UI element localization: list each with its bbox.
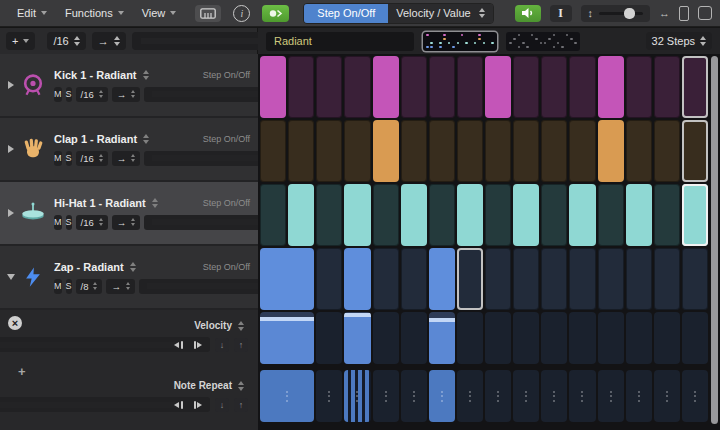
step-cell[interactable]	[541, 248, 567, 310]
increment-button[interactable]: ↑	[234, 398, 248, 412]
step-cell[interactable]	[457, 184, 483, 246]
step-cell[interactable]	[541, 184, 567, 246]
stepper-icon[interactable]	[99, 90, 103, 98]
stepper-icon[interactable]	[131, 90, 135, 98]
step-cell[interactable]	[626, 248, 652, 310]
stepper-icon[interactable]	[114, 36, 120, 46]
step-cell[interactable]	[485, 56, 511, 118]
mute-button[interactable]: M	[54, 279, 62, 294]
step-cell[interactable]	[429, 248, 455, 310]
note-repeat-cell[interactable]	[626, 370, 652, 422]
step-cell[interactable]	[288, 56, 314, 118]
velocity-cell[interactable]	[429, 312, 455, 364]
pattern-thumbnail-1[interactable]	[423, 32, 497, 51]
step-cell[interactable]	[373, 56, 399, 118]
tab-velocity-value[interactable]: Velocity / Value	[388, 4, 492, 23]
stepper-icon[interactable]	[99, 218, 103, 226]
menu-view[interactable]: View	[142, 7, 177, 19]
tab-step-on-off[interactable]: Step On/Off	[304, 4, 388, 23]
velocity-cell[interactable]	[457, 312, 483, 364]
stepper-icon[interactable]	[74, 36, 80, 46]
horizontal-zoom-icon[interactable]: ↔	[659, 7, 670, 19]
step-cell[interactable]	[401, 248, 427, 310]
solo-button[interactable]: S	[66, 151, 72, 166]
disclosure-triangle[interactable]	[4, 274, 17, 280]
text-tool-button[interactable]: I	[550, 5, 572, 22]
close-subrows-button[interactable]: ×	[8, 316, 22, 330]
track-name[interactable]: Clap 1 - Radiant	[54, 133, 137, 145]
step-cell[interactable]	[654, 120, 680, 182]
pattern-thumbnail-2[interactable]	[506, 32, 580, 51]
row-rate-control[interactable]: /16	[76, 87, 108, 102]
stepper-icon[interactable]	[126, 282, 130, 290]
stepper-icon[interactable]	[131, 154, 135, 162]
step-cell[interactable]	[485, 248, 511, 310]
note-repeat-cell[interactable]	[485, 370, 511, 422]
step-cell[interactable]	[373, 248, 399, 310]
note-repeat-cell[interactable]	[541, 370, 567, 422]
velocity-cell[interactable]	[373, 312, 399, 364]
step-cell[interactable]	[344, 56, 370, 118]
step-cell[interactable]	[316, 120, 342, 182]
velocity-cell[interactable]	[513, 312, 539, 364]
velocity-cell[interactable]	[654, 312, 680, 364]
note-repeat-cell[interactable]	[429, 370, 455, 422]
step-cell[interactable]	[401, 120, 427, 182]
stepper-icon[interactable]	[130, 262, 136, 272]
note-repeat-cell[interactable]	[373, 370, 399, 422]
note-repeat-cell[interactable]	[569, 370, 595, 422]
step-cell[interactable]	[541, 120, 567, 182]
live-input-toggle[interactable]	[262, 5, 289, 22]
auto-zoom-fit-button[interactable]	[698, 6, 712, 20]
note-repeat-cell[interactable]	[401, 370, 427, 422]
rotate-right-button[interactable]	[191, 401, 206, 409]
step-cell[interactable]	[513, 248, 539, 310]
disclosure-triangle[interactable]	[4, 209, 17, 217]
step-cell[interactable]	[373, 120, 399, 182]
note-repeat-cell[interactable]	[260, 370, 314, 422]
preview-button[interactable]	[515, 5, 541, 22]
step-cell[interactable]	[457, 120, 483, 182]
stepper-icon[interactable]	[238, 381, 244, 391]
increment-button[interactable]: ↑	[234, 338, 248, 352]
track-header[interactable]: Zap - RadiantStep On/OffMS/8→↓↑	[0, 246, 258, 308]
track-header[interactable]: Hi-Hat 1 - RadiantStep On/OffMS/16→↓↑	[0, 182, 258, 244]
step-cell[interactable]	[682, 248, 708, 310]
stepper-icon[interactable]	[99, 154, 103, 162]
step-cell[interactable]	[316, 184, 342, 246]
info-button[interactable]: i	[233, 5, 250, 22]
stepper-icon[interactable]	[479, 8, 485, 18]
step-cell[interactable]	[260, 120, 286, 182]
velocity-cell[interactable]	[260, 312, 314, 364]
step-cell[interactable]	[569, 120, 595, 182]
step-cell[interactable]	[485, 120, 511, 182]
menu-edit[interactable]: Edit	[17, 7, 47, 19]
pattern-playback-mode-control[interactable]: →	[92, 32, 126, 50]
step-cell[interactable]	[598, 120, 624, 182]
step-cell[interactable]	[485, 184, 511, 246]
add-row-button[interactable]: +	[6, 32, 35, 50]
step-cell[interactable]	[626, 120, 652, 182]
velocity-cell[interactable]	[401, 312, 427, 364]
row-rate-control[interactable]: /16	[76, 215, 108, 230]
step-cell[interactable]	[513, 184, 539, 246]
step-cell[interactable]	[682, 56, 708, 118]
row-playback-mode-control[interactable]: →	[112, 87, 141, 102]
stepper-icon[interactable]	[238, 321, 244, 331]
note-repeat-cell[interactable]	[457, 370, 483, 422]
pattern-length-control[interactable]: 32 Steps	[646, 32, 712, 50]
note-repeat-cell[interactable]	[513, 370, 539, 422]
menu-functions[interactable]: Functions	[65, 7, 124, 19]
musical-typing-button[interactable]	[195, 5, 221, 22]
track-name[interactable]: Kick 1 - Radiant	[54, 69, 137, 81]
step-cell[interactable]	[626, 56, 652, 118]
step-cell[interactable]	[598, 184, 624, 246]
step-cell[interactable]	[344, 120, 370, 182]
stepper-icon[interactable]	[131, 218, 135, 226]
row-playback-mode-control[interactable]: →	[106, 279, 135, 294]
stepper-icon[interactable]	[93, 282, 97, 290]
step-cell[interactable]	[344, 184, 370, 246]
mute-button[interactable]: M	[54, 87, 62, 102]
solo-button[interactable]: S	[66, 279, 72, 294]
step-cell[interactable]	[569, 248, 595, 310]
